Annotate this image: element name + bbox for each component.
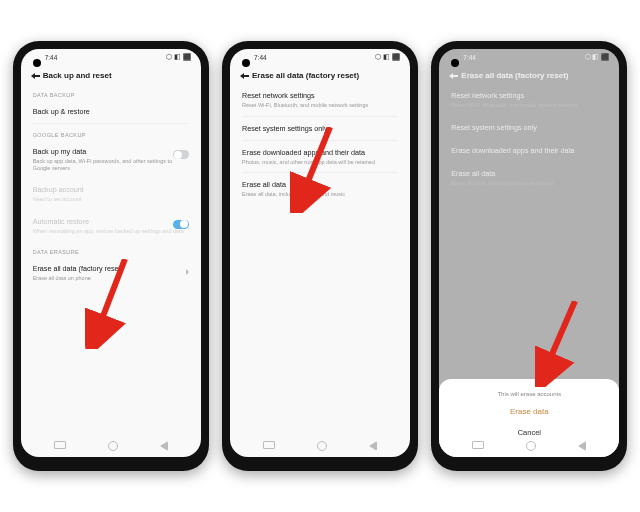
camera-punch-hole	[33, 59, 41, 67]
phone-3: 7:44 ⬡ ◧ ⬛ Erase all data (factory reset…	[431, 41, 627, 471]
item-backup-restore-label: Back up & restore	[33, 107, 189, 116]
item-backup-my-data-label: Back up my data	[33, 147, 189, 156]
item-reset-system-only-label: Reset system settings only	[242, 124, 398, 133]
erase-data-button[interactable]: Erase data	[449, 407, 609, 416]
item-reset-network-label: Reset network settings	[451, 91, 607, 100]
status-bar: 7:44 ⬡ ◧ ⬛	[230, 49, 410, 63]
status-bar: 7:44 ⬡ ◧ ⬛	[439, 49, 619, 63]
item-reset-network-sub: Reset Wi-Fi, Bluetooth, and mobile netwo…	[242, 102, 398, 109]
toggle-backup-my-data[interactable]	[173, 150, 189, 159]
screen-3: 7:44 ⬡ ◧ ⬛ Erase all data (factory reset…	[439, 49, 619, 457]
item-erase-all-data-sub: Erase all data, including photos and mus…	[242, 191, 398, 198]
system-nav-bar	[230, 439, 410, 453]
section-data-backup: DATA BACKUP	[21, 84, 201, 100]
item-erase-all-data-label: Erase all data (factory reset)	[33, 264, 189, 273]
item-erase-all-data-sub: Erase all data, including photos and mus…	[451, 180, 607, 187]
back-icon[interactable]	[449, 73, 453, 79]
item-backup-account-sub: Need to set account	[33, 196, 189, 203]
item-backup-account[interactable]: Backup account Need to set account	[21, 178, 201, 210]
toggle-automatic-restore[interactable]	[173, 220, 189, 229]
item-erase-apps[interactable]: Erase downloaded apps and their data Pho…	[230, 141, 410, 173]
back-icon[interactable]	[31, 73, 35, 79]
item-erase-all-data-label: Erase all data	[451, 169, 607, 178]
status-icons: ⬡ ◧ ⬛	[375, 53, 400, 61]
status-time: 7:44	[45, 54, 58, 61]
item-reset-network[interactable]: Reset network settings Reset Wi-Fi, Blue…	[230, 84, 410, 116]
item-erase-apps-label: Erase downloaded apps and their data	[451, 146, 607, 155]
status-icons: ⬡ ◧ ⬛	[166, 53, 191, 61]
back-icon[interactable]	[240, 73, 244, 79]
item-erase-all-data: Erase all data Erase all data, including…	[439, 162, 619, 194]
nav-home-icon[interactable]	[108, 441, 118, 451]
system-nav-bar	[439, 439, 619, 453]
nav-recents-icon[interactable]	[263, 441, 275, 449]
item-erase-apps-label: Erase downloaded apps and their data	[242, 148, 398, 157]
nav-back-icon[interactable]	[578, 441, 586, 451]
system-nav-bar	[21, 439, 201, 453]
screen-1: 7:44 ⬡ ◧ ⬛ Back up and reset DATA BACKUP…	[21, 49, 201, 457]
page-header: Back up and reset	[21, 63, 201, 84]
sheet-message: This will erase accounts	[449, 391, 609, 397]
camera-punch-hole	[242, 59, 250, 67]
item-erase-all-data[interactable]: Erase all data (factory reset) Erase all…	[21, 257, 201, 289]
status-bar: 7:44 ⬡ ◧ ⬛	[21, 49, 201, 63]
screen-2: 7:44 ⬡ ◧ ⬛ Erase all data (factory reset…	[230, 49, 410, 457]
phone-2: 7:44 ⬡ ◧ ⬛ Erase all data (factory reset…	[222, 41, 418, 471]
item-reset-network-label: Reset network settings	[242, 91, 398, 100]
status-time: 7:44	[463, 54, 476, 61]
item-erase-all-data-label: Erase all data	[242, 180, 398, 189]
item-automatic-restore-sub: When reinstalling an app, restore backed…	[33, 228, 189, 235]
item-reset-system-only[interactable]: Reset system settings only	[230, 117, 410, 140]
nav-back-icon[interactable]	[369, 441, 377, 451]
item-backup-my-data[interactable]: Back up my data Back up app data, Wi-Fi …	[21, 140, 201, 178]
item-erase-apps: Erase downloaded apps and their data	[439, 139, 619, 162]
item-automatic-restore[interactable]: Automatic restore When reinstalling an a…	[21, 210, 201, 242]
section-google-backup: GOOGLE BACKUP	[21, 124, 201, 140]
section-data-erasure: DATA ERASURE	[21, 241, 201, 257]
nav-recents-icon[interactable]	[54, 441, 66, 449]
item-erase-all-data[interactable]: Erase all data Erase all data, including…	[230, 173, 410, 205]
item-erase-all-data-sub: Erase all data on phone	[33, 275, 189, 282]
nav-home-icon[interactable]	[317, 441, 327, 451]
status-time: 7:44	[254, 54, 267, 61]
phone-1: 7:44 ⬡ ◧ ⬛ Back up and reset DATA BACKUP…	[13, 41, 209, 471]
cancel-button[interactable]: Cancel	[449, 428, 609, 437]
item-erase-apps-sub: Photos, music, and other non-app data wi…	[242, 159, 398, 166]
status-icons: ⬡ ◧ ⬛	[585, 53, 610, 61]
item-reset-system-only-label: Reset system settings only	[451, 123, 607, 132]
item-automatic-restore-label: Automatic restore	[33, 217, 189, 226]
nav-back-icon[interactable]	[160, 441, 168, 451]
item-reset-system-only: Reset system settings only	[439, 116, 619, 139]
item-backup-restore[interactable]: Back up & restore	[21, 100, 201, 123]
item-backup-my-data-sub: Back up app data, Wi-Fi passwords, and o…	[33, 158, 189, 171]
page-header: Erase all data (factory reset)	[439, 63, 619, 84]
nav-home-icon[interactable]	[526, 441, 536, 451]
page-title: Erase all data (factory reset)	[461, 71, 568, 80]
item-backup-account-label: Backup account	[33, 185, 189, 194]
item-reset-network: Reset network settings Reset Wi-Fi, Blue…	[439, 84, 619, 116]
page-title: Back up and reset	[43, 71, 112, 80]
page-title: Erase all data (factory reset)	[252, 71, 359, 80]
page-header: Erase all data (factory reset)	[230, 63, 410, 84]
nav-recents-icon[interactable]	[472, 441, 484, 449]
item-reset-network-sub: Reset Wi-Fi, Bluetooth, and mobile netwo…	[451, 102, 607, 109]
chevron-right-icon	[186, 269, 189, 275]
